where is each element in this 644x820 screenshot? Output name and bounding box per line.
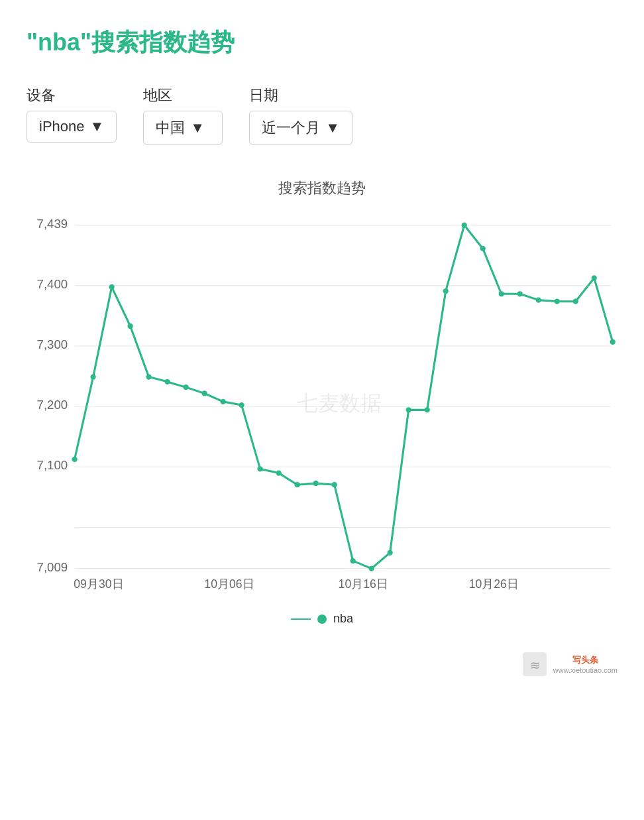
footer-logo-icon: ≋: [523, 652, 547, 676]
data-point: [555, 299, 560, 304]
svg-text:7,439: 7,439: [37, 217, 68, 231]
chart-svg: 7,439 7,400 7,300 7,200 7,100 7,009 09月3…: [27, 211, 617, 596]
chart-container: 搜索指数趋势 七麦数据 7,439 7,400 7,300 7,200 7,10…: [27, 178, 617, 626]
svg-text:10月26日: 10月26日: [469, 577, 519, 591]
date-label: 日期: [249, 86, 352, 105]
data-point: [480, 246, 486, 251]
data-point: [350, 558, 356, 563]
data-point: [332, 482, 337, 487]
data-point: [276, 470, 282, 475]
device-label: 设备: [27, 86, 117, 105]
data-point: [462, 223, 467, 228]
data-point: [573, 299, 578, 304]
legend-dot: [317, 615, 327, 624]
footer-url: www.xietoutiao.com: [553, 666, 617, 674]
data-point: [164, 379, 170, 384]
svg-text:7,100: 7,100: [37, 458, 68, 472]
data-point: [201, 390, 207, 396]
data-point: [425, 407, 430, 412]
data-point: [220, 399, 225, 404]
svg-text:09月30日: 09月30日: [74, 577, 123, 591]
device-arrow-icon: ▼: [90, 118, 105, 135]
data-point: [72, 457, 77, 462]
data-point: [109, 284, 114, 290]
data-point: [406, 407, 411, 412]
region-label: 地区: [143, 86, 223, 105]
data-point: [536, 297, 541, 302]
footer-brand-name: 写头条: [572, 654, 598, 666]
region-arrow-icon: ▼: [190, 119, 205, 137]
data-point: [592, 275, 597, 280]
data-point: [127, 323, 133, 329]
legend-line: [291, 618, 311, 620]
svg-text:≋: ≋: [529, 659, 539, 672]
svg-text:7,200: 7,200: [37, 398, 68, 412]
legend-label: nba: [333, 612, 353, 626]
footer-brand: 写头条 www.xietoutiao.com: [553, 654, 617, 674]
data-point: [388, 550, 393, 556]
data-point: [499, 291, 504, 296]
date-filter-group: 日期 近一个月 ▼: [249, 86, 352, 145]
chart-line: [75, 225, 613, 569]
data-point: [146, 374, 151, 379]
region-value: 中国: [156, 118, 185, 138]
chart-area: 七麦数据 7,439 7,400 7,300 7,200 7,100 7,009…: [27, 211, 617, 596]
date-arrow-icon: ▼: [325, 119, 340, 137]
svg-text:10月16日: 10月16日: [339, 577, 388, 591]
data-point: [295, 482, 300, 487]
data-point: [239, 402, 244, 408]
data-point: [183, 384, 188, 390]
data-point: [443, 288, 449, 294]
data-point: [90, 374, 95, 379]
page-title: "nba"搜索指数趋势: [27, 27, 617, 59]
data-point: [610, 339, 616, 345]
footer: ≋ 写头条 www.xietoutiao.com: [27, 652, 617, 676]
device-value: iPhone: [39, 118, 85, 135]
region-filter-group: 地区 中国 ▼: [143, 86, 223, 145]
device-filter-group: 设备 iPhone ▼: [27, 86, 117, 143]
data-point: [258, 466, 263, 471]
device-select[interactable]: iPhone ▼: [27, 111, 117, 143]
region-select[interactable]: 中国 ▼: [143, 111, 223, 145]
svg-text:7,400: 7,400: [37, 277, 68, 291]
svg-text:7,300: 7,300: [37, 337, 68, 351]
date-select[interactable]: 近一个月 ▼: [249, 111, 352, 145]
chart-legend: nba: [27, 612, 617, 626]
svg-text:10月06日: 10月06日: [204, 577, 254, 591]
svg-text:7,009: 7,009: [37, 560, 68, 574]
data-point: [369, 565, 374, 571]
filters-row: 设备 iPhone ▼ 地区 中国 ▼ 日期 近一个月 ▼: [27, 86, 617, 145]
date-value: 近一个月: [262, 118, 320, 138]
data-point: [517, 291, 523, 296]
data-point: [313, 481, 319, 486]
chart-title: 搜索指数趋势: [27, 178, 617, 198]
